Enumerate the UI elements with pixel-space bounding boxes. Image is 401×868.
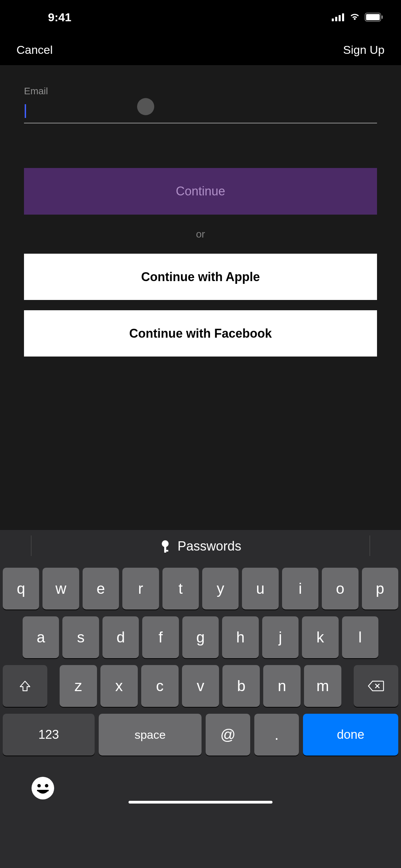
space-key[interactable]: space [99, 714, 202, 756]
emoji-icon [31, 776, 55, 800]
continue-button[interactable]: Continue [24, 168, 377, 215]
key-e[interactable]: e [83, 568, 119, 610]
svg-rect-1 [335, 17, 337, 21]
key-y[interactable]: y [202, 568, 239, 610]
cellular-icon [332, 13, 345, 21]
dot-key[interactable]: . [254, 714, 299, 756]
status-icons [332, 13, 384, 22]
svg-rect-3 [342, 13, 344, 21]
key-k[interactable]: k [302, 616, 338, 658]
svg-rect-5 [366, 14, 380, 20]
key-a[interactable]: a [23, 616, 59, 658]
keyboard-row-2: a s d f g h j k l [3, 616, 398, 658]
keyboard: Passwords q w e r t y u i o p a s d f g … [0, 530, 401, 868]
svg-rect-13 [37, 790, 49, 791]
svg-rect-6 [381, 15, 383, 19]
emoji-button[interactable] [31, 776, 55, 800]
passwords-suggestion: Passwords [178, 539, 241, 554]
shift-icon [18, 679, 32, 693]
key-l[interactable]: l [342, 616, 378, 658]
email-input-wrap[interactable] [24, 99, 377, 123]
key-o[interactable]: o [322, 568, 358, 610]
home-indicator[interactable] [129, 801, 272, 804]
svg-point-10 [32, 777, 54, 799]
key-d[interactable]: d [102, 616, 139, 658]
keyboard-row-4: 123 space @ . done [3, 714, 398, 756]
status-time: 9:41 [48, 11, 71, 24]
touch-indicator [137, 98, 154, 115]
svg-rect-9 [164, 550, 168, 552]
continue-facebook-button[interactable]: Continue with Facebook [24, 310, 377, 357]
key-p[interactable]: p [362, 568, 398, 610]
cancel-button[interactable]: Cancel [16, 43, 53, 57]
key-b[interactable]: b [222, 665, 260, 707]
keyboard-row-3: z x c v b n m [3, 665, 398, 707]
key-j[interactable]: j [262, 616, 299, 658]
signup-button[interactable]: Sign Up [343, 43, 385, 57]
key-r[interactable]: r [122, 568, 159, 610]
key-s[interactable]: s [62, 616, 99, 658]
continue-apple-button[interactable]: Continue with Apple [24, 254, 377, 300]
backspace-key[interactable] [354, 665, 398, 707]
status-bar: 9:41 [0, 0, 401, 34]
svg-rect-2 [339, 15, 341, 21]
key-v[interactable]: v [182, 665, 219, 707]
key-c[interactable]: c [141, 665, 179, 707]
svg-point-11 [37, 784, 41, 787]
key-f[interactable]: f [142, 616, 179, 658]
done-key[interactable]: done [303, 714, 398, 756]
text-cursor [25, 104, 26, 118]
svg-point-12 [45, 784, 48, 787]
key-z[interactable]: z [60, 665, 97, 707]
email-input[interactable] [24, 99, 377, 123]
email-label: Email [24, 86, 377, 97]
key-m[interactable]: m [304, 665, 341, 707]
key-x[interactable]: x [100, 665, 138, 707]
backspace-icon [368, 680, 384, 692]
key-u[interactable]: u [242, 568, 278, 610]
key-q[interactable]: q [3, 568, 39, 610]
key-t[interactable]: t [162, 568, 199, 610]
nav-bar: Cancel Sign Up [0, 34, 401, 65]
keyboard-suggestion-bar[interactable]: Passwords [0, 530, 401, 563]
key-g[interactable]: g [182, 616, 219, 658]
wifi-icon [349, 13, 361, 21]
key-w[interactable]: w [42, 568, 79, 610]
key-i[interactable]: i [282, 568, 318, 610]
key-icon [160, 540, 171, 553]
or-divider: or [24, 228, 377, 240]
key-n[interactable]: n [263, 665, 301, 707]
key-h[interactable]: h [222, 616, 258, 658]
at-key[interactable]: @ [206, 714, 250, 756]
svg-rect-0 [332, 19, 334, 21]
keyboard-footer [0, 762, 401, 810]
battery-icon [365, 13, 384, 22]
shift-key[interactable] [3, 665, 47, 707]
signup-form: Email Continue or Continue with Apple Co… [0, 65, 401, 530]
numbers-key[interactable]: 123 [3, 714, 95, 756]
keyboard-row-1: q w e r t y u i o p [3, 568, 398, 610]
